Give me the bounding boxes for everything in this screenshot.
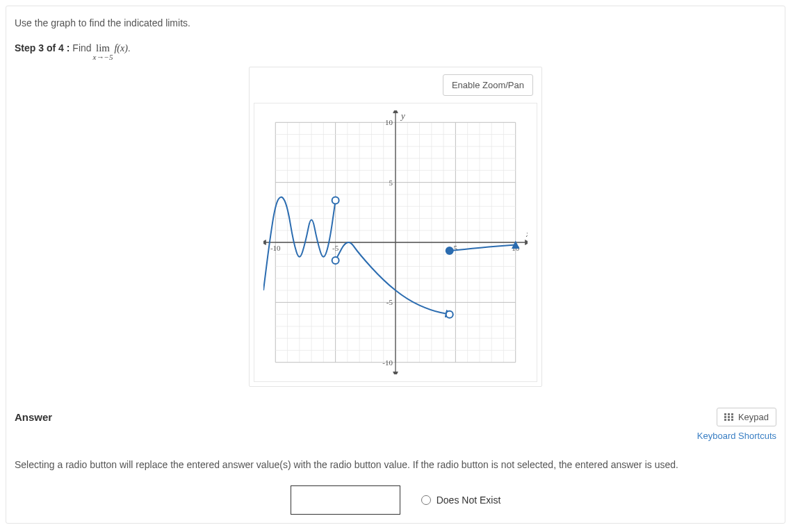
answer-instructions: Selecting a radio button will replace th…	[12, 459, 779, 470]
chart-svg[interactable]: -10-10-5-5551010xy	[263, 110, 528, 374]
keypad-button[interactable]: Keypad	[717, 408, 776, 426]
question-panel: Use the graph to find the indicated limi…	[6, 6, 785, 524]
prompt-text: Use the graph to find the indicated limi…	[12, 17, 779, 28]
graph-body[interactable]: -10-10-5-5551010xy	[254, 103, 537, 382]
dne-option[interactable]: Does Not Exist	[421, 494, 501, 506]
svg-point-57	[446, 247, 453, 254]
limit-top: lim	[96, 43, 110, 53]
function-fx: f(x)	[114, 43, 127, 54]
answer-input[interactable]	[291, 485, 400, 515]
step-row: Step 3 of 4 : Find lim x→−5 f(x) .	[12, 42, 779, 61]
answer-row: Does Not Exist	[12, 485, 779, 515]
enable-zoom-button[interactable]: Enable Zoom/Pan	[443, 74, 533, 96]
svg-text:y: y	[400, 110, 405, 121]
keypad-label: Keypad	[738, 412, 769, 422]
dne-radio[interactable]	[421, 495, 431, 505]
graph-panel: Enable Zoom/Pan -10-10-5-5551010xy	[249, 67, 542, 387]
svg-text:5: 5	[389, 178, 393, 187]
limit-bottom: x→−5	[93, 53, 113, 61]
keyboard-shortcuts-link[interactable]: Keyboard Shortcuts	[12, 431, 779, 441]
answer-header: Answer Keypad	[12, 408, 779, 426]
svg-text:x: x	[525, 228, 528, 239]
svg-text:-10: -10	[382, 358, 393, 367]
period: .	[128, 42, 131, 53]
step-label: Step 3 of 4 :	[15, 42, 70, 53]
svg-text:-5: -5	[332, 244, 339, 252]
svg-text:-10: -10	[270, 244, 281, 252]
keypad-icon	[724, 413, 734, 422]
svg-point-54	[332, 197, 339, 204]
answer-title: Answer	[15, 411, 52, 423]
svg-text:-5: -5	[386, 298, 393, 306]
find-label: Find	[72, 42, 91, 53]
svg-text:10: 10	[385, 118, 393, 126]
svg-point-56	[446, 311, 453, 318]
graph-toolbar: Enable Zoom/Pan	[254, 72, 537, 103]
svg-point-55	[332, 257, 339, 264]
dne-label: Does Not Exist	[437, 494, 501, 506]
limit-expression: lim x→−5	[93, 43, 113, 61]
